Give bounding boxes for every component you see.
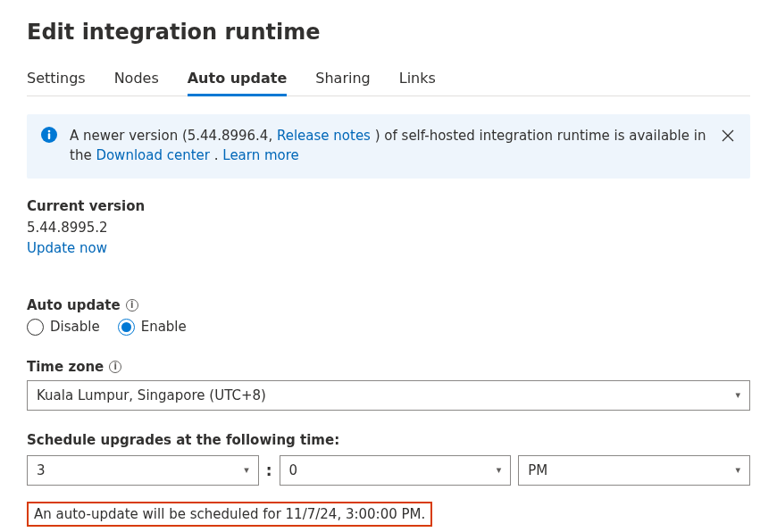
schedule-minute-value: 0 — [289, 462, 298, 478]
current-version-value: 5.44.8995.2 — [27, 220, 750, 236]
chevron-down-icon: ▾ — [497, 464, 502, 476]
schedule-ampm-select[interactable]: PM ▾ — [518, 455, 750, 486]
radio-enable-label: Enable — [141, 319, 187, 335]
close-icon[interactable] — [720, 127, 736, 147]
info-icon — [41, 127, 57, 143]
timezone-label-text: Time zone — [27, 359, 104, 375]
schedule-hour-value: 3 — [37, 462, 46, 478]
auto-update-label-text: Auto update — [27, 297, 121, 313]
info-circle-icon[interactable]: i — [126, 299, 138, 312]
tab-settings[interactable]: Settings — [27, 70, 86, 96]
auto-update-label: Auto update i — [27, 297, 750, 313]
banner-text-1: A newer version (5.44.8996.4, — [70, 128, 277, 144]
banner-text: A newer version (5.44.8996.4, Release no… — [70, 127, 707, 166]
svg-point-1 — [48, 130, 51, 133]
update-now-link[interactable]: Update now — [27, 240, 107, 256]
radio-disable-icon — [27, 319, 44, 336]
radio-disable[interactable]: Disable — [27, 319, 100, 336]
release-notes-link[interactable]: Release notes — [277, 128, 371, 144]
info-banner: A newer version (5.44.8996.4, Release no… — [27, 114, 750, 179]
timezone-label: Time zone i — [27, 359, 750, 375]
tabs: Settings Nodes Auto update Sharing Links — [27, 70, 750, 96]
schedule-hour-select[interactable]: 3 ▾ — [27, 455, 259, 486]
download-center-link[interactable]: Download center — [96, 147, 210, 163]
timezone-block: Time zone i Kuala Lumpur, Singapore (UTC… — [27, 359, 750, 411]
page-title: Edit integration runtime — [27, 20, 750, 45]
schedule-block: Schedule upgrades at the following time:… — [27, 432, 750, 486]
schedule-minute-select[interactable]: 0 ▾ — [280, 455, 512, 486]
tab-sharing[interactable]: Sharing — [315, 70, 370, 96]
scheduled-message: An auto-update will be scheduled for 11/… — [27, 502, 432, 527]
chevron-down-icon: ▾ — [735, 464, 740, 476]
banner-text-3: . — [210, 147, 222, 163]
tab-nodes[interactable]: Nodes — [114, 70, 159, 96]
current-version-block: Current version 5.44.8995.2 Update now — [27, 198, 750, 276]
radio-disable-label: Disable — [50, 319, 100, 335]
schedule-ampm-value: PM — [528, 462, 547, 478]
auto-update-block: Auto update i Disable Enable — [27, 297, 750, 336]
time-colon: : — [266, 461, 272, 479]
timezone-select[interactable]: Kuala Lumpur, Singapore (UTC+8) ▾ — [27, 380, 750, 411]
tab-auto-update[interactable]: Auto update — [188, 70, 288, 96]
svg-rect-2 — [48, 133, 50, 139]
radio-enable-icon — [118, 319, 135, 336]
current-version-label: Current version — [27, 198, 750, 214]
schedule-label: Schedule upgrades at the following time: — [27, 432, 750, 448]
chevron-down-icon: ▾ — [244, 464, 249, 476]
timezone-value: Kuala Lumpur, Singapore (UTC+8) — [37, 387, 266, 403]
tab-links[interactable]: Links — [399, 70, 436, 96]
info-circle-icon[interactable]: i — [109, 361, 121, 373]
learn-more-link[interactable]: Learn more — [222, 147, 299, 163]
radio-enable[interactable]: Enable — [118, 319, 187, 336]
chevron-down-icon: ▾ — [735, 389, 740, 401]
